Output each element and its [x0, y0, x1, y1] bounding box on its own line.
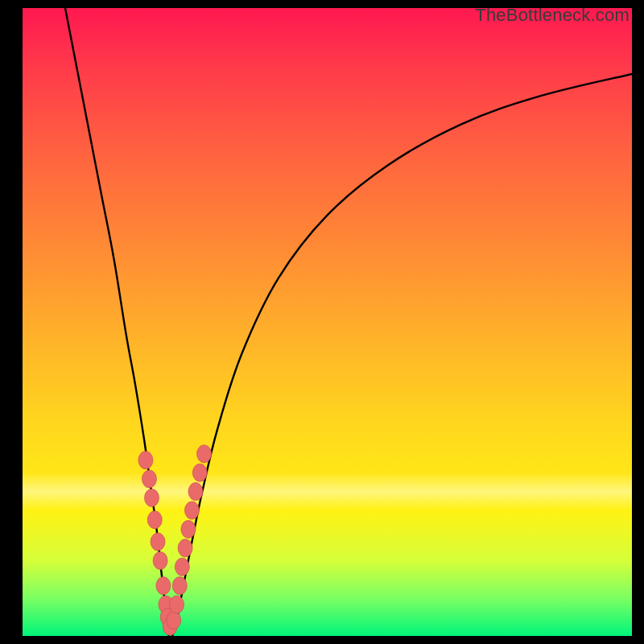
data-marker: [159, 596, 173, 613]
data-marker: [170, 596, 184, 613]
curve-right-branch: [172, 74, 632, 636]
data-marker: [160, 609, 175, 626]
data-marker: [184, 502, 199, 519]
chart-svg: [23, 8, 632, 636]
data-marker: [178, 539, 192, 557]
data-marker: [163, 617, 177, 635]
data-marker: [197, 445, 212, 463]
data-marker: [138, 452, 153, 469]
data-marker: [153, 551, 167, 569]
data-marker: [147, 511, 162, 529]
data-marker: [167, 612, 181, 630]
chart-frame: TheBottleneck.com: [0, 0, 644, 644]
data-marker: [142, 470, 156, 488]
data-marker: [156, 577, 171, 595]
marker-group: [138, 445, 212, 636]
data-marker: [181, 520, 196, 538]
data-marker: [144, 489, 159, 506]
plot-area: [23, 8, 632, 636]
data-marker: [188, 483, 203, 501]
watermark-text: TheBottleneck.com: [475, 5, 630, 26]
data-marker: [151, 533, 165, 551]
data-marker: [175, 558, 189, 576]
data-marker: [172, 577, 187, 595]
data-marker: [192, 464, 207, 481]
highlight-band: [23, 473, 632, 510]
curve-left-branch: [65, 8, 169, 636]
